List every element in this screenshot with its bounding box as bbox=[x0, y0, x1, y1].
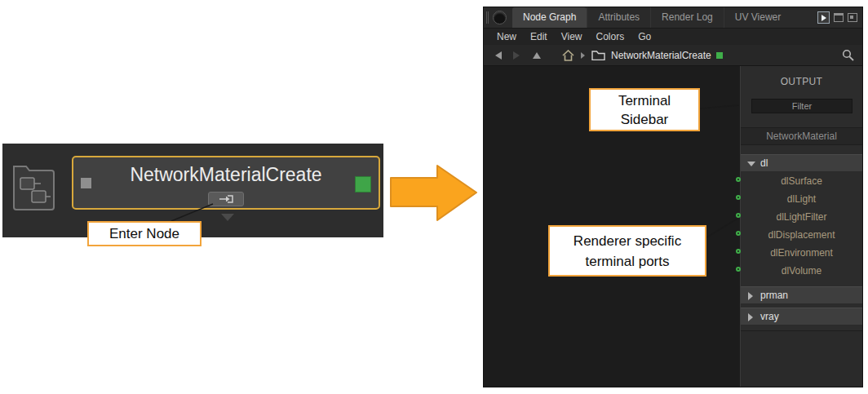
back-icon[interactable] bbox=[495, 51, 502, 60]
sidebar-empty-area bbox=[741, 330, 862, 387]
callout-text: Terminal bbox=[618, 91, 671, 110]
chevron-separator-icon bbox=[581, 52, 585, 59]
maximize-pane-icon[interactable] bbox=[834, 13, 844, 22]
view-flag-indicator[interactable] bbox=[355, 176, 371, 193]
group-node-icon bbox=[10, 157, 57, 214]
port-dot-icon[interactable] bbox=[736, 213, 741, 218]
tab-label: UV Viewer bbox=[735, 11, 781, 23]
tab-label: Attributes bbox=[598, 11, 640, 23]
expand-triangle-icon bbox=[748, 292, 753, 300]
tab-overflow-icon[interactable] bbox=[817, 11, 830, 24]
group-header-prman[interactable]: prman bbox=[741, 286, 862, 304]
tab-render-log[interactable]: Render Log bbox=[650, 7, 724, 28]
terminal-port[interactable]: dlVolume bbox=[741, 262, 862, 280]
menu-go[interactable]: Go bbox=[638, 31, 651, 42]
home-icon bbox=[562, 50, 574, 61]
terminal-port[interactable]: dlLight bbox=[741, 190, 862, 208]
home-button[interactable] bbox=[562, 50, 574, 61]
node-output-chevron-icon bbox=[221, 214, 234, 221]
callout-enter-node: Enter Node bbox=[87, 221, 202, 246]
up-icon[interactable] bbox=[533, 52, 541, 59]
folder-icon bbox=[591, 50, 605, 60]
filter-button[interactable]: Filter bbox=[751, 99, 852, 113]
terminal-port-list: dlSurface dlLight dlLightFilter dlDispla… bbox=[741, 172, 862, 280]
breadcrumb-location: NetworkMaterialCreate bbox=[611, 50, 711, 61]
terminal-sidebar: OUTPUT Filter NetworkMaterial dl dlSurfa… bbox=[740, 66, 862, 387]
tab-attributes[interactable]: Attributes bbox=[587, 7, 650, 28]
breadcrumb[interactable]: NetworkMaterialCreate bbox=[591, 50, 723, 61]
callout-text: Renderer specific bbox=[574, 231, 681, 251]
menu-view[interactable]: View bbox=[561, 31, 582, 42]
tab-node-graph[interactable]: Node Graph bbox=[512, 7, 587, 28]
port-label: dlLight bbox=[787, 193, 816, 205]
callout-terminal-sidebar: Terminal Sidebar bbox=[589, 88, 700, 131]
port-dot-icon[interactable] bbox=[736, 195, 741, 200]
node-title: NetworkMaterialCreate bbox=[73, 164, 379, 186]
port-dot-icon[interactable] bbox=[736, 267, 741, 272]
sidebar-title: OUTPUT bbox=[741, 76, 862, 87]
group-header-dl[interactable]: dl bbox=[741, 154, 862, 172]
katana-node-graph-panel: Node Graph Attributes Render Log UV View… bbox=[483, 7, 863, 387]
tab-bar: Node Graph Attributes Render Log UV View… bbox=[484, 7, 862, 29]
callout-text: Enter Node bbox=[109, 226, 179, 242]
port-label: dlLightFilter bbox=[776, 211, 826, 223]
group-label: prman bbox=[760, 290, 788, 301]
callout-text: terminal ports bbox=[586, 251, 670, 272]
group-label: dl bbox=[760, 157, 768, 169]
port-dot-icon[interactable] bbox=[736, 249, 741, 254]
group-header-vray[interactable]: vray bbox=[741, 308, 862, 325]
menu-new[interactable]: New bbox=[497, 31, 516, 42]
breadcrumb-toolbar: NetworkMaterialCreate bbox=[484, 45, 862, 66]
callout-renderer-ports: Renderer specific terminal ports bbox=[548, 225, 706, 277]
terminal-port[interactable]: dlSurface bbox=[741, 172, 862, 190]
pane-controls bbox=[817, 7, 862, 28]
view-node-indicator bbox=[716, 52, 723, 59]
port-label: dlSurface bbox=[781, 175, 822, 187]
right-arrow-icon bbox=[822, 15, 826, 21]
split-pane-icon[interactable] bbox=[848, 13, 857, 22]
port-dot-icon[interactable] bbox=[736, 177, 741, 182]
tab-uv-viewer[interactable]: UV Viewer bbox=[724, 7, 791, 28]
network-material-create-node[interactable]: NetworkMaterialCreate bbox=[72, 156, 380, 210]
tab-label: Node Graph bbox=[523, 11, 576, 23]
menu-edit[interactable]: Edit bbox=[530, 31, 547, 42]
port-label: dlEnvironment bbox=[770, 247, 833, 259]
material-name-label: NetworkMaterial bbox=[741, 127, 862, 145]
enter-node-button[interactable] bbox=[208, 192, 244, 206]
enter-node-icon bbox=[219, 195, 233, 203]
menu-colors[interactable]: Colors bbox=[596, 31, 625, 42]
tab-label: Render Log bbox=[662, 11, 713, 23]
search-icon bbox=[842, 49, 854, 61]
terminal-port[interactable]: dlDisplacement bbox=[741, 226, 862, 244]
pane-menu-icon[interactable] bbox=[493, 11, 507, 24]
collapse-triangle-icon bbox=[747, 162, 755, 166]
menu-bar: New Edit View Colors Go bbox=[484, 29, 862, 45]
port-label: dlDisplacement bbox=[768, 229, 835, 241]
group-label: vray bbox=[760, 311, 779, 322]
transition-arrow-icon bbox=[391, 166, 476, 220]
terminal-port[interactable]: dlLightFilter bbox=[741, 208, 862, 226]
forward-icon[interactable] bbox=[513, 51, 520, 60]
terminal-port[interactable]: dlEnvironment bbox=[741, 244, 862, 262]
search-button[interactable] bbox=[842, 49, 854, 61]
expand-triangle-icon bbox=[748, 313, 753, 321]
port-label: dlVolume bbox=[782, 265, 822, 277]
drag-handle-icon[interactable] bbox=[486, 11, 489, 24]
port-dot-icon[interactable] bbox=[736, 231, 741, 236]
page: NetworkMaterialCreate Enter Node Termina… bbox=[0, 0, 868, 394]
callout-text: Sidebar bbox=[621, 110, 669, 129]
